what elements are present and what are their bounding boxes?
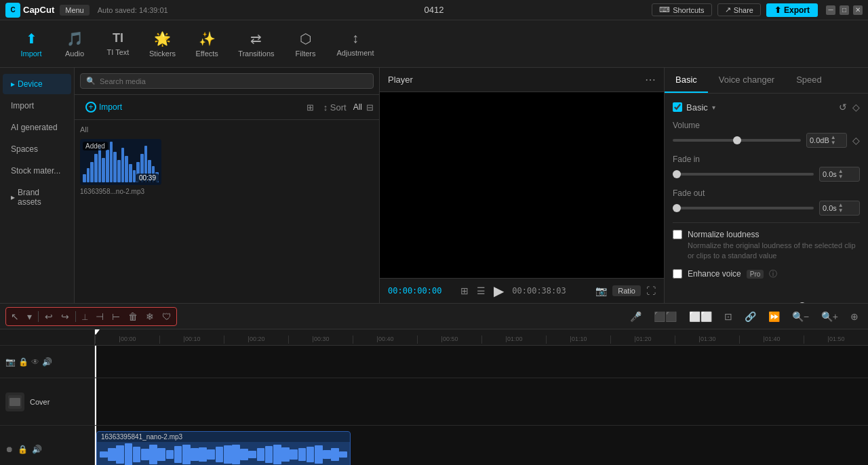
basic-header-actions: ↺ ◇: [839, 102, 860, 113]
basic-checkbox-label[interactable]: Basic ▾: [673, 102, 715, 113]
toolbar: ⬆ Import 🎵 Audio TI TI Text 🌟 Stickers ✨…: [0, 20, 868, 68]
split-left-button[interactable]: ⊣: [92, 309, 107, 324]
add-track-button[interactable]: ⊕: [846, 309, 863, 324]
sidebar-item-ai-generated[interactable]: AI generated: [3, 117, 71, 138]
zoom-in-button[interactable]: 🔍+: [817, 309, 842, 324]
tool-import[interactable]: ⬆ Import: [11, 26, 52, 62]
freeze-button[interactable]: ❄: [142, 309, 157, 324]
right-panel-content: Basic ▾ ↺ ◇ Volume 0.0dB ▲ ▼: [665, 94, 868, 303]
right-panel: Basic Voice changer Speed Basic ▾ ↺ ◇ Vo…: [665, 68, 868, 303]
audio-clip[interactable]: 16363395841_nano-2.mp3: [96, 431, 351, 465]
sidebar-item-spaces[interactable]: Spaces: [3, 139, 71, 159]
fade-in-slider[interactable]: [673, 173, 814, 176]
volume-slider[interactable]: [673, 139, 801, 142]
tool-text[interactable]: TI TI Text: [98, 27, 138, 60]
sidebar-item-stock-material[interactable]: Stock mater...: [3, 161, 71, 181]
zoom-out-button[interactable]: 🔍−: [788, 309, 813, 324]
select-tool-button[interactable]: ↖: [7, 309, 22, 324]
stickers-icon: 🌟: [154, 31, 171, 47]
fade-out-spinner: ▲ ▼: [838, 203, 844, 214]
protect-button[interactable]: 🛡: [159, 309, 175, 324]
reset-button[interactable]: ↺: [839, 102, 847, 113]
tab-voice-changer[interactable]: Voice changer: [708, 68, 785, 93]
mic-button[interactable]: 🎤: [626, 309, 646, 324]
fullscreen-button[interactable]: ⛶: [646, 285, 656, 296]
speed-button[interactable]: ⏩: [764, 309, 784, 324]
camera-icon-button[interactable]: 📷: [595, 285, 607, 296]
play-button[interactable]: ▶: [494, 283, 504, 299]
redo-button[interactable]: ↪: [58, 309, 73, 324]
media-panel: 🔍 + Import ⊞ ↕ Sort All ⊟ All: [75, 68, 380, 303]
grid-view-button[interactable]: ⊞: [304, 101, 317, 114]
keyframe-button[interactable]: ◇: [852, 102, 860, 113]
volume-value: 0.0dB ▲ ▼: [806, 133, 847, 148]
sort-button[interactable]: ↕ Sort: [321, 101, 349, 114]
audio-track-mute-button[interactable]: 🔊: [32, 445, 42, 454]
ratio-button[interactable]: Ratio: [612, 285, 641, 296]
tool-transitions[interactable]: ⇄ Transitions: [230, 26, 282, 62]
track-audio-mute-button[interactable]: 🔊: [42, 357, 52, 367]
fade-in-value: 0.0s ▲ ▼: [819, 167, 860, 182]
normalize-text: Normalize loudness Normalize the origina…: [688, 230, 860, 262]
right-tabs: Basic Voice changer Speed: [665, 68, 868, 94]
import-button[interactable]: + Import: [80, 99, 127, 115]
tool-filters[interactable]: ⬡ Filters: [285, 26, 326, 62]
audio-track-lock-button[interactable]: 🔒: [18, 445, 28, 454]
list-icon-button[interactable]: ☰: [477, 285, 486, 296]
sidebar-item-device[interactable]: ▸ Device: [3, 74, 71, 94]
basic-checkbox[interactable]: [673, 102, 682, 112]
shortcuts-button[interactable]: ⌨ Shortcuts: [652, 3, 711, 16]
grid-icon-button[interactable]: ⊞: [460, 285, 469, 296]
multi-select-button[interactable]: ⬜⬜: [685, 309, 716, 324]
ruler-mark-8: |01:20: [610, 336, 675, 344]
player-video[interactable]: [380, 92, 664, 278]
delete-button[interactable]: 🗑: [125, 309, 141, 324]
minimize-button[interactable]: ─: [826, 5, 835, 15]
menu-button[interactable]: Menu: [60, 5, 90, 16]
tool-group-main: ↖ ▾ ↩ ↪ ⟂ ⊣ ⊢ 🗑 ❄ 🛡: [5, 307, 177, 326]
fade-in-down-button[interactable]: ▼: [838, 174, 844, 180]
split-button[interactable]: ⟂: [79, 309, 91, 324]
track-eye-button[interactable]: 👁: [31, 357, 39, 367]
select-dropdown-button[interactable]: ▾: [24, 309, 35, 324]
share-button[interactable]: ↗ Share: [717, 3, 761, 16]
fade-in-control: 0.0s ▲ ▼: [673, 167, 860, 182]
tab-basic[interactable]: Basic: [665, 68, 708, 93]
fade-out-slider[interactable]: [673, 207, 814, 209]
connect-button[interactable]: ⬛⬛: [650, 309, 681, 324]
main-content: ▸ Device Import AI generated Spaces Stoc…: [0, 68, 868, 303]
search-box[interactable]: 🔍: [80, 73, 374, 89]
link-button[interactable]: 🔗: [741, 309, 760, 324]
filter-button[interactable]: ⊟: [366, 102, 374, 113]
cover-label-button[interactable]: Cover: [30, 398, 50, 406]
maximize-button[interactable]: □: [840, 5, 849, 15]
search-input[interactable]: [100, 77, 368, 85]
split-right-button[interactable]: ⊢: [108, 309, 123, 324]
enhance-checkbox[interactable]: [673, 269, 682, 279]
track-lock-button[interactable]: 🔒: [18, 357, 28, 367]
fade-out-row: Fade out 0.0s ▲ ▼: [673, 188, 860, 216]
export-button[interactable]: ⬆ Export: [766, 3, 818, 17]
normalize-checkbox[interactable]: [673, 230, 682, 239]
media-item[interactable]: Added 00:39 16363958...no-2.mp3: [80, 139, 161, 195]
track-camera-button[interactable]: 📷: [5, 357, 16, 367]
undo-button[interactable]: ↩: [41, 309, 56, 324]
playhead-triangle: [95, 329, 100, 335]
volume-down-button[interactable]: ▼: [831, 140, 836, 146]
player-menu-button[interactable]: ⋯: [645, 73, 656, 86]
fade-out-value: 0.0s ▲ ▼: [819, 201, 860, 216]
sidebar-item-import[interactable]: Import: [3, 96, 71, 116]
ripple-button[interactable]: ⊡: [720, 309, 736, 324]
volume-keyframe-button[interactable]: ◇: [852, 135, 860, 146]
tool-adjustment[interactable]: ↕ Adjustment: [329, 26, 382, 61]
fade-out-down-button[interactable]: ▼: [838, 208, 844, 214]
sidebar-item-brand-assets[interactable]: ▸ Brand assets: [3, 182, 71, 212]
tool-effects[interactable]: ✨ Effects: [186, 26, 227, 62]
all-filter[interactable]: All: [353, 102, 362, 112]
audio-track-record-button[interactable]: ⏺: [5, 445, 14, 454]
tool-filters-label: Filters: [296, 49, 316, 58]
tool-audio[interactable]: 🎵 Audio: [54, 26, 95, 62]
tool-stickers[interactable]: 🌟 Stickers: [141, 26, 184, 62]
tab-speed[interactable]: Speed: [785, 68, 833, 93]
close-button[interactable]: ✕: [853, 5, 863, 15]
